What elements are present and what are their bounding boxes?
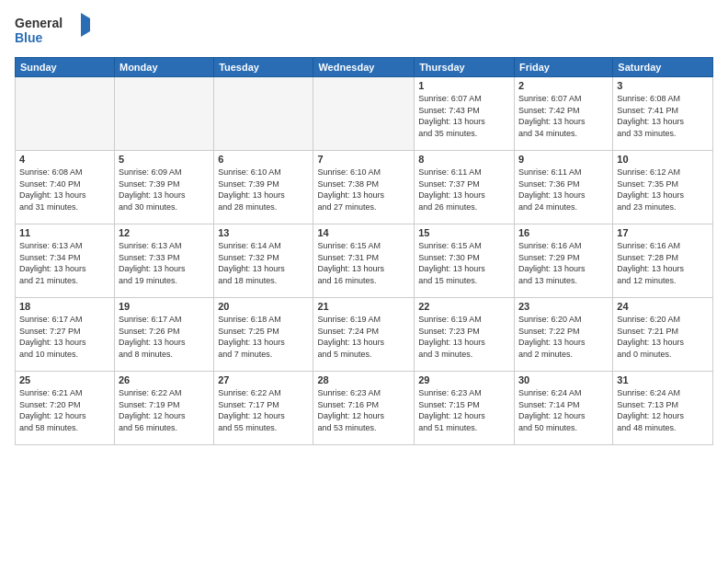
calendar-cell (16, 77, 115, 151)
day-number: 25 (19, 374, 110, 385)
day-number: 28 (317, 374, 410, 385)
calendar-week-1: 1Sunrise: 6:07 AMSunset: 7:43 PMDaylight… (16, 77, 713, 151)
day-info: Sunrise: 6:19 AMSunset: 7:23 PMDaylight:… (418, 314, 510, 360)
calendar-cell: 4Sunrise: 6:08 AMSunset: 7:40 PMDaylight… (16, 151, 115, 224)
calendar-cell (114, 77, 213, 151)
calendar-cell: 20Sunrise: 6:18 AMSunset: 7:25 PMDayligh… (214, 298, 313, 372)
weekday-sunday: Sunday (16, 58, 115, 77)
day-info: Sunrise: 6:20 AMSunset: 7:22 PMDaylight:… (518, 314, 609, 360)
day-info: Sunrise: 6:24 AMSunset: 7:14 PMDaylight:… (518, 387, 609, 433)
calendar-cell: 27Sunrise: 6:22 AMSunset: 7:17 PMDayligh… (214, 372, 313, 445)
day-number: 24 (617, 301, 709, 312)
day-number: 21 (317, 301, 410, 312)
weekday-friday: Friday (514, 58, 612, 77)
weekday-wednesday: Wednesday (313, 58, 415, 77)
calendar-cell (214, 77, 313, 151)
day-info: Sunrise: 6:21 AMSunset: 7:20 PMDaylight:… (19, 387, 110, 433)
day-number: 3 (617, 80, 709, 91)
calendar-cell: 5Sunrise: 6:09 AMSunset: 7:39 PMDaylight… (114, 151, 213, 224)
day-number: 20 (218, 301, 309, 312)
day-number: 10 (617, 154, 709, 165)
day-number: 12 (119, 227, 210, 238)
day-number: 16 (518, 227, 609, 238)
svg-text:Blue: Blue (15, 30, 43, 45)
calendar-cell: 19Sunrise: 6:17 AMSunset: 7:26 PMDayligh… (114, 298, 213, 372)
day-number: 17 (617, 227, 709, 238)
day-info: Sunrise: 6:13 AMSunset: 7:34 PMDaylight:… (19, 240, 110, 286)
calendar-cell: 6Sunrise: 6:10 AMSunset: 7:39 PMDaylight… (214, 151, 313, 224)
day-number: 23 (518, 301, 609, 312)
day-info: Sunrise: 6:16 AMSunset: 7:29 PMDaylight:… (518, 240, 609, 286)
day-info: Sunrise: 6:11 AMSunset: 7:36 PMDaylight:… (518, 167, 609, 213)
calendar-cell: 1Sunrise: 6:07 AMSunset: 7:43 PMDaylight… (415, 77, 515, 151)
day-number: 5 (119, 154, 210, 165)
day-info: Sunrise: 6:07 AMSunset: 7:43 PMDaylight:… (418, 93, 510, 139)
calendar-week-4: 18Sunrise: 6:17 AMSunset: 7:27 PMDayligh… (16, 298, 713, 372)
day-number: 4 (19, 154, 110, 165)
logo-area: General Blue (15, 11, 97, 52)
calendar-cell (313, 77, 415, 151)
day-info: Sunrise: 6:08 AMSunset: 7:41 PMDaylight:… (617, 93, 709, 139)
calendar-cell: 7Sunrise: 6:10 AMSunset: 7:38 PMDaylight… (313, 151, 415, 224)
day-info: Sunrise: 6:08 AMSunset: 7:40 PMDaylight:… (19, 167, 110, 213)
calendar-cell: 3Sunrise: 6:08 AMSunset: 7:41 PMDaylight… (613, 77, 713, 151)
calendar-cell: 22Sunrise: 6:19 AMSunset: 7:23 PMDayligh… (415, 298, 515, 372)
day-number: 9 (518, 154, 609, 165)
day-number: 2 (518, 80, 609, 91)
calendar-cell: 28Sunrise: 6:23 AMSunset: 7:16 PMDayligh… (313, 372, 415, 445)
day-number: 30 (518, 374, 609, 385)
day-number: 13 (218, 227, 309, 238)
day-info: Sunrise: 6:12 AMSunset: 7:35 PMDaylight:… (617, 167, 709, 213)
calendar-cell: 21Sunrise: 6:19 AMSunset: 7:24 PMDayligh… (313, 298, 415, 372)
day-info: Sunrise: 6:10 AMSunset: 7:38 PMDaylight:… (317, 167, 410, 213)
day-info: Sunrise: 6:19 AMSunset: 7:24 PMDaylight:… (317, 314, 410, 360)
weekday-thursday: Thursday (415, 58, 515, 77)
calendar-cell: 18Sunrise: 6:17 AMSunset: 7:27 PMDayligh… (16, 298, 115, 372)
day-number: 19 (119, 301, 210, 312)
day-number: 11 (19, 227, 110, 238)
logo-svg: General Blue (15, 11, 97, 48)
calendar-cell: 29Sunrise: 6:23 AMSunset: 7:15 PMDayligh… (415, 372, 515, 445)
day-number: 29 (418, 374, 510, 385)
day-info: Sunrise: 6:23 AMSunset: 7:15 PMDaylight:… (418, 387, 510, 433)
day-number: 14 (317, 227, 410, 238)
calendar-cell: 13Sunrise: 6:14 AMSunset: 7:32 PMDayligh… (214, 224, 313, 298)
day-info: Sunrise: 6:23 AMSunset: 7:16 PMDaylight:… (317, 387, 410, 433)
calendar-cell: 2Sunrise: 6:07 AMSunset: 7:42 PMDaylight… (514, 77, 612, 151)
day-info: Sunrise: 6:20 AMSunset: 7:21 PMDaylight:… (617, 314, 709, 360)
day-info: Sunrise: 6:17 AMSunset: 7:27 PMDaylight:… (19, 314, 110, 360)
day-info: Sunrise: 6:16 AMSunset: 7:28 PMDaylight:… (617, 240, 709, 286)
day-info: Sunrise: 6:22 AMSunset: 7:17 PMDaylight:… (218, 387, 309, 433)
day-info: Sunrise: 6:07 AMSunset: 7:42 PMDaylight:… (518, 93, 609, 139)
day-info: Sunrise: 6:11 AMSunset: 7:37 PMDaylight:… (418, 167, 510, 213)
calendar-week-3: 11Sunrise: 6:13 AMSunset: 7:34 PMDayligh… (16, 224, 713, 298)
day-number: 6 (218, 154, 309, 165)
day-number: 15 (418, 227, 510, 238)
day-number: 1 (418, 80, 510, 91)
day-info: Sunrise: 6:10 AMSunset: 7:39 PMDaylight:… (218, 167, 309, 213)
weekday-saturday: Saturday (613, 58, 713, 77)
calendar-cell: 30Sunrise: 6:24 AMSunset: 7:14 PMDayligh… (514, 372, 612, 445)
day-number: 8 (418, 154, 510, 165)
day-number: 22 (418, 301, 510, 312)
calendar-table: SundayMondayTuesdayWednesdayThursdayFrid… (15, 57, 713, 445)
calendar-cell: 14Sunrise: 6:15 AMSunset: 7:31 PMDayligh… (313, 224, 415, 298)
calendar-cell: 25Sunrise: 6:21 AMSunset: 7:20 PMDayligh… (16, 372, 115, 445)
header: General Blue (15, 11, 713, 52)
day-info: Sunrise: 6:22 AMSunset: 7:19 PMDaylight:… (119, 387, 210, 433)
day-info: Sunrise: 6:15 AMSunset: 7:31 PMDaylight:… (317, 240, 410, 286)
day-number: 27 (218, 374, 309, 385)
calendar-cell: 15Sunrise: 6:15 AMSunset: 7:30 PMDayligh… (415, 224, 515, 298)
day-number: 7 (317, 154, 410, 165)
day-number: 31 (617, 374, 709, 385)
day-info: Sunrise: 6:17 AMSunset: 7:26 PMDaylight:… (119, 314, 210, 360)
calendar-cell: 26Sunrise: 6:22 AMSunset: 7:19 PMDayligh… (114, 372, 213, 445)
svg-text:General: General (15, 16, 63, 30)
day-number: 26 (119, 374, 210, 385)
calendar-week-5: 25Sunrise: 6:21 AMSunset: 7:20 PMDayligh… (16, 372, 713, 445)
page: General Blue SundayMondayTuesdayWednesda… (0, 0, 728, 563)
day-info: Sunrise: 6:13 AMSunset: 7:33 PMDaylight:… (119, 240, 210, 286)
day-info: Sunrise: 6:14 AMSunset: 7:32 PMDaylight:… (218, 240, 309, 286)
calendar-cell: 24Sunrise: 6:20 AMSunset: 7:21 PMDayligh… (613, 298, 713, 372)
calendar-cell: 11Sunrise: 6:13 AMSunset: 7:34 PMDayligh… (16, 224, 115, 298)
